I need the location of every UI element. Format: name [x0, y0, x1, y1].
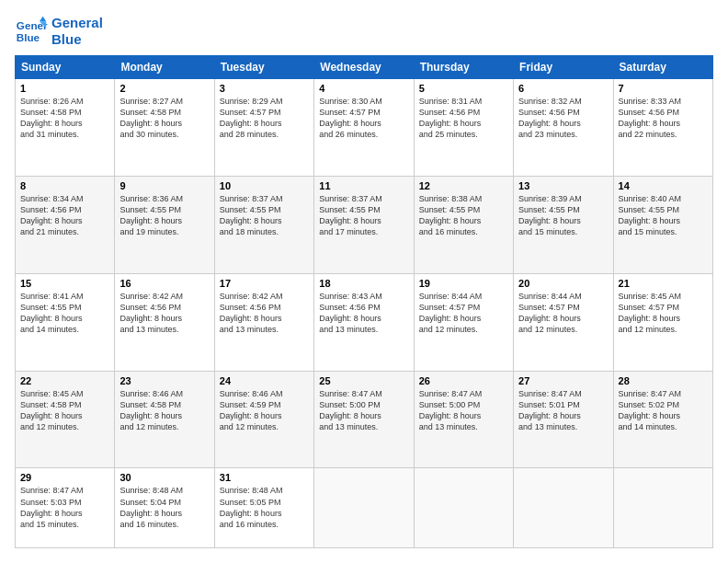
day-info: Sunrise: 8:45 AMSunset: 4:57 PMDaylight:… [619, 291, 708, 336]
day-12: 12 Sunrise: 8:38 AMSunset: 4:55 PMDaylig… [414, 176, 513, 273]
day-number: 20 [518, 278, 608, 289]
header-saturday: Saturday [613, 56, 712, 79]
day-6: 6 Sunrise: 8:32 AMSunset: 4:56 PMDayligh… [514, 79, 613, 177]
day-number: 3 [220, 83, 309, 94]
day-info: Sunrise: 8:47 AMSunset: 5:02 PMDaylight:… [619, 388, 708, 433]
day-info: Sunrise: 8:31 AMSunset: 4:56 PMDaylight:… [419, 96, 508, 141]
day-number: 17 [220, 278, 309, 289]
day-info: Sunrise: 8:27 AMSunset: 4:58 PMDaylight:… [119, 96, 209, 141]
day-info: Sunrise: 8:47 AMSunset: 5:01 PMDaylight:… [518, 388, 608, 433]
header-friday: Friday [514, 56, 613, 79]
day-info: Sunrise: 8:36 AMSunset: 4:55 PMDaylight:… [119, 193, 209, 238]
day-info: Sunrise: 8:46 AMSunset: 4:58 PMDaylight:… [119, 388, 209, 433]
day-number: 15 [20, 278, 109, 289]
day-number: 7 [619, 83, 708, 94]
header-tuesday: Tuesday [214, 56, 313, 79]
day-20: 20 Sunrise: 8:44 AMSunset: 4:57 PMDaylig… [514, 273, 613, 371]
day-info: Sunrise: 8:30 AMSunset: 4:57 PMDaylight:… [319, 96, 408, 141]
day-number: 21 [619, 278, 708, 289]
day-info: Sunrise: 8:42 AMSunset: 4:56 PMDaylight:… [119, 291, 209, 336]
day-9: 9 Sunrise: 8:36 AMSunset: 4:55 PMDayligh… [115, 176, 214, 273]
day-number: 12 [419, 180, 508, 191]
day-info: Sunrise: 8:33 AMSunset: 4:56 PMDaylight:… [619, 96, 708, 141]
day-7: 7 Sunrise: 8:33 AMSunset: 4:56 PMDayligh… [613, 79, 712, 177]
day-8: 8 Sunrise: 8:34 AMSunset: 4:56 PMDayligh… [16, 176, 115, 273]
header: General Blue General Blue [15, 15, 713, 48]
day-16: 16 Sunrise: 8:42 AMSunset: 4:56 PMDaylig… [115, 273, 214, 371]
day-number: 19 [419, 278, 508, 289]
day-info: Sunrise: 8:48 AMSunset: 5:04 PMDaylight:… [119, 485, 209, 530]
day-15: 15 Sunrise: 8:41 AMSunset: 4:55 PMDaylig… [16, 273, 115, 371]
day-30: 30 Sunrise: 8:48 AMSunset: 5:04 PMDaylig… [115, 468, 214, 548]
day-number: 24 [220, 375, 309, 386]
day-number: 25 [319, 375, 408, 386]
day-17: 17 Sunrise: 8:42 AMSunset: 4:56 PMDaylig… [214, 273, 313, 371]
day-number: 14 [619, 180, 708, 191]
day-info: Sunrise: 8:42 AMSunset: 4:56 PMDaylight:… [220, 291, 309, 336]
day-info: Sunrise: 8:34 AMSunset: 4:56 PMDaylight:… [20, 193, 109, 238]
day-3: 3 Sunrise: 8:29 AMSunset: 4:57 PMDayligh… [214, 79, 313, 177]
day-number: 1 [20, 83, 109, 94]
day-info: Sunrise: 8:37 AMSunset: 4:55 PMDaylight:… [319, 193, 408, 238]
day-4: 4 Sunrise: 8:30 AMSunset: 4:57 PMDayligh… [314, 79, 414, 177]
header-monday: Monday [115, 56, 214, 79]
day-info: Sunrise: 8:40 AMSunset: 4:55 PMDaylight:… [619, 193, 708, 238]
day-number: 31 [220, 472, 309, 483]
day-info: Sunrise: 8:47 AMSunset: 5:03 PMDaylight:… [20, 485, 109, 530]
day-23: 23 Sunrise: 8:46 AMSunset: 4:58 PMDaylig… [115, 371, 214, 468]
logo-icon: General Blue [15, 15, 48, 48]
day-number: 28 [619, 375, 708, 386]
day-info: Sunrise: 8:46 AMSunset: 4:59 PMDaylight:… [220, 388, 309, 433]
day-info: Sunrise: 8:43 AMSunset: 4:56 PMDaylight:… [319, 291, 408, 336]
day-10: 10 Sunrise: 8:37 AMSunset: 4:55 PMDaylig… [214, 176, 313, 273]
day-24: 24 Sunrise: 8:46 AMSunset: 4:59 PMDaylig… [214, 371, 313, 468]
empty-cell [414, 468, 513, 548]
day-info: Sunrise: 8:37 AMSunset: 4:55 PMDaylight:… [220, 193, 309, 238]
day-2: 2 Sunrise: 8:27 AMSunset: 4:58 PMDayligh… [115, 79, 214, 177]
day-13: 13 Sunrise: 8:39 AMSunset: 4:55 PMDaylig… [514, 176, 613, 273]
day-22: 22 Sunrise: 8:45 AMSunset: 4:58 PMDaylig… [16, 371, 115, 468]
day-number: 13 [518, 180, 608, 191]
day-25: 25 Sunrise: 8:47 AMSunset: 5:00 PMDaylig… [314, 371, 414, 468]
header-sunday: Sunday [16, 56, 115, 79]
day-number: 4 [319, 83, 408, 94]
day-info: Sunrise: 8:32 AMSunset: 4:56 PMDaylight:… [518, 96, 608, 141]
weekday-header-row: Sunday Monday Tuesday Wednesday Thursday… [16, 56, 713, 79]
day-info: Sunrise: 8:47 AMSunset: 5:00 PMDaylight:… [319, 388, 408, 433]
day-14: 14 Sunrise: 8:40 AMSunset: 4:55 PMDaylig… [613, 176, 712, 273]
day-number: 30 [119, 472, 209, 483]
day-number: 26 [419, 375, 508, 386]
day-number: 5 [419, 83, 508, 94]
day-27: 27 Sunrise: 8:47 AMSunset: 5:01 PMDaylig… [514, 371, 613, 468]
day-number: 6 [518, 83, 608, 94]
day-21: 21 Sunrise: 8:45 AMSunset: 4:57 PMDaylig… [613, 273, 712, 371]
day-info: Sunrise: 8:41 AMSunset: 4:55 PMDaylight:… [20, 291, 109, 336]
day-number: 16 [119, 278, 209, 289]
header-thursday: Thursday [414, 56, 513, 79]
day-11: 11 Sunrise: 8:37 AMSunset: 4:55 PMDaylig… [314, 176, 414, 273]
day-number: 10 [220, 180, 309, 191]
day-19: 19 Sunrise: 8:44 AMSunset: 4:57 PMDaylig… [414, 273, 513, 371]
day-number: 23 [119, 375, 209, 386]
day-29: 29 Sunrise: 8:47 AMSunset: 5:03 PMDaylig… [16, 468, 115, 548]
day-26: 26 Sunrise: 8:47 AMSunset: 5:00 PMDaylig… [414, 371, 513, 468]
day-number: 2 [119, 83, 209, 94]
day-info: Sunrise: 8:45 AMSunset: 4:58 PMDaylight:… [20, 388, 109, 433]
day-info: Sunrise: 8:38 AMSunset: 4:55 PMDaylight:… [419, 193, 508, 238]
day-info: Sunrise: 8:39 AMSunset: 4:55 PMDaylight:… [518, 193, 608, 238]
day-31: 31 Sunrise: 8:48 AMSunset: 5:05 PMDaylig… [214, 468, 313, 548]
page: General Blue General Blue Sunday Monday … [0, 0, 728, 563]
empty-cell [314, 468, 414, 548]
header-wednesday: Wednesday [314, 56, 414, 79]
logo: General Blue General Blue [15, 15, 103, 48]
day-number: 8 [20, 180, 109, 191]
day-number: 29 [20, 472, 109, 483]
day-number: 18 [319, 278, 408, 289]
day-info: Sunrise: 8:48 AMSunset: 5:05 PMDaylight:… [220, 485, 309, 530]
svg-text:Blue: Blue [17, 31, 40, 43]
day-5: 5 Sunrise: 8:31 AMSunset: 4:56 PMDayligh… [414, 79, 513, 177]
calendar-table: Sunday Monday Tuesday Wednesday Thursday… [15, 55, 713, 548]
empty-cell [514, 468, 613, 548]
logo-general: General [51, 15, 103, 31]
day-info: Sunrise: 8:44 AMSunset: 4:57 PMDaylight:… [518, 291, 608, 336]
